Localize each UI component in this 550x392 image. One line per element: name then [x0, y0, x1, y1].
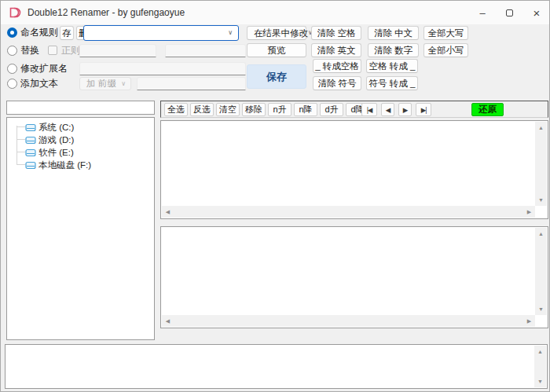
- skip-last-icon: ▶|: [421, 106, 427, 114]
- minimize-button[interactable]: –: [469, 1, 496, 24]
- radio-naming-rule[interactable]: [7, 27, 17, 38]
- window-title: Double12 Renamer - by gufengaoyue: [28, 1, 185, 24]
- arrow-right-icon: ▶: [403, 106, 408, 114]
- sort-name-desc-button[interactable]: n降: [294, 103, 317, 116]
- tree-item-drive-d[interactable]: 游戏 (D:): [7, 134, 154, 146]
- tree-item-drive-f[interactable]: 本地磁盘 (F:): [7, 159, 154, 171]
- radio-naming-rule-label: 命名规则: [20, 27, 58, 38]
- nav-prev-button[interactable]: ◀: [381, 103, 394, 116]
- underscore-to-space-button[interactable]: _ 转成空格: [313, 59, 361, 73]
- drive-icon: [25, 148, 36, 157]
- list-toolbar: 全选 反选 清空 移除 n升 n降 d升 d降 |◀ ◀ ▶ ▶| 还原: [160, 101, 548, 118]
- scroll-up-icon[interactable]: ▲: [535, 122, 547, 134]
- minimize-icon: –: [479, 7, 485, 19]
- source-list-vscrollbar[interactable]: ▲ ▼: [535, 122, 547, 206]
- restore-button[interactable]: 还原: [471, 103, 504, 116]
- scroll-left-icon[interactable]: ◀: [162, 315, 174, 327]
- scroll-up-icon[interactable]: ▲: [534, 346, 546, 357]
- regex-checkbox-label: 正则: [61, 45, 80, 57]
- close-button[interactable]: ×: [522, 1, 550, 24]
- scroll-down-icon[interactable]: ▼: [535, 194, 547, 206]
- nav-next-button[interactable]: ▶: [398, 103, 412, 116]
- scroll-right-icon[interactable]: ▶: [523, 315, 535, 327]
- symbol-to-underscore-button[interactable]: 符号 转成 _: [366, 76, 418, 90]
- tree-item-label: 游戏 (D:): [38, 134, 74, 146]
- replace-find-field: [79, 44, 156, 57]
- tree-item-label: 本地磁盘 (F:): [38, 159, 91, 171]
- clear-spaces-button[interactable]: 清除 空格: [311, 26, 361, 40]
- drive-icon: [25, 136, 36, 145]
- arrow-left-icon: ◀: [386, 106, 390, 114]
- tree-item-label: 软件 (E:): [38, 147, 74, 159]
- radio-extension-label: 修改扩展名: [20, 63, 68, 75]
- clear-chinese-button[interactable]: 清除 中文: [368, 26, 419, 40]
- result-list-hscrollbar[interactable]: ◀ ▶: [162, 315, 535, 327]
- sort-name-asc-button[interactable]: n升: [268, 103, 292, 116]
- radio-replace[interactable]: [7, 46, 17, 56]
- scroll-right-icon[interactable]: ▶: [523, 206, 535, 218]
- scroll-left-icon[interactable]: ◀: [162, 206, 174, 218]
- log-panel[interactable]: ▲ ▼: [5, 344, 548, 389]
- log-vscrollbar[interactable]: ▲ ▼: [534, 346, 546, 387]
- app-window: Double12 Renamer - by gufengaoyue – × 命名…: [0, 0, 550, 392]
- rule-combobox[interactable]: ∨: [83, 25, 239, 41]
- drive-icon: [25, 161, 36, 170]
- source-list-hscrollbar[interactable]: ◀ ▶: [162, 206, 535, 218]
- scroll-up-icon[interactable]: ▲: [535, 228, 547, 240]
- invert-select-button[interactable]: 反选: [190, 103, 214, 116]
- uppercase-button[interactable]: 全部大写: [424, 26, 468, 40]
- result-list-panel[interactable]: ▲ ▼ ◀ ▶: [160, 226, 548, 328]
- extension-field: [79, 62, 246, 75]
- addtext-field: [137, 77, 246, 90]
- title-bar: Double12 Renamer - by gufengaoyue – ×: [1, 1, 550, 24]
- tree-item-label: 系统 (C:): [38, 122, 74, 134]
- preview-button[interactable]: 预览: [247, 43, 306, 57]
- scope-select[interactable]: 在结果中修改 ∨: [247, 26, 306, 40]
- chevron-down-icon: ∨: [228, 30, 233, 36]
- scroll-down-icon[interactable]: ▼: [535, 303, 547, 315]
- tree-item-drive-e[interactable]: 软件 (E:): [7, 146, 154, 159]
- maximize-icon: [506, 9, 513, 16]
- addtext-mode-select: 加 前缀 ∨: [79, 77, 131, 90]
- chevron-down-icon: ∨: [121, 81, 126, 87]
- close-icon: ×: [534, 6, 541, 20]
- remove-button[interactable]: 移除: [242, 103, 266, 116]
- nav-first-button[interactable]: |◀: [361, 103, 377, 116]
- clear-list-button[interactable]: 清空: [216, 103, 240, 116]
- drive-tree-panel[interactable]: 系统 (C:) 游戏 (D:) 软件 (E:) 本地磁盘 (F:): [6, 117, 155, 340]
- regex-checkbox: [48, 46, 57, 55]
- scroll-down-icon[interactable]: ▼: [534, 376, 546, 387]
- save-button[interactable]: 保存: [247, 64, 306, 89]
- select-all-button[interactable]: 全选: [164, 103, 188, 116]
- space-to-underscore-button[interactable]: 空格 转成 _: [366, 59, 418, 73]
- lowercase-button[interactable]: 全部小写: [424, 43, 468, 57]
- clear-symbols-button[interactable]: 清除 符号: [313, 76, 361, 90]
- clear-digits-button[interactable]: 清除 数字: [368, 43, 419, 57]
- tree-item-drive-c[interactable]: 系统 (C:): [7, 121, 154, 134]
- radio-addtext-label: 添加文本: [20, 78, 58, 90]
- addtext-mode-value: 加 前缀: [86, 78, 116, 90]
- result-list-vscrollbar[interactable]: ▲ ▼: [535, 228, 547, 315]
- save-rule-button[interactable]: 存: [60, 26, 74, 40]
- app-icon: [9, 6, 21, 19]
- sort-date-asc-button[interactable]: d升: [320, 103, 343, 116]
- skip-first-icon: |◀: [367, 106, 372, 114]
- replace-with-field: [165, 44, 246, 57]
- radio-addtext[interactable]: [7, 79, 17, 89]
- source-list-panel[interactable]: ▲ ▼ ◀ ▶: [160, 120, 548, 219]
- clear-english-button[interactable]: 清除 英文: [311, 43, 361, 57]
- maximize-button[interactable]: [496, 1, 522, 24]
- radio-replace-label: 替换: [20, 45, 39, 57]
- nav-last-button[interactable]: ▶|: [416, 103, 431, 116]
- path-filter-input[interactable]: [6, 101, 155, 115]
- radio-extension[interactable]: [7, 64, 17, 74]
- drive-icon: [25, 123, 36, 132]
- scope-select-value: 在结果中修改: [254, 27, 308, 39]
